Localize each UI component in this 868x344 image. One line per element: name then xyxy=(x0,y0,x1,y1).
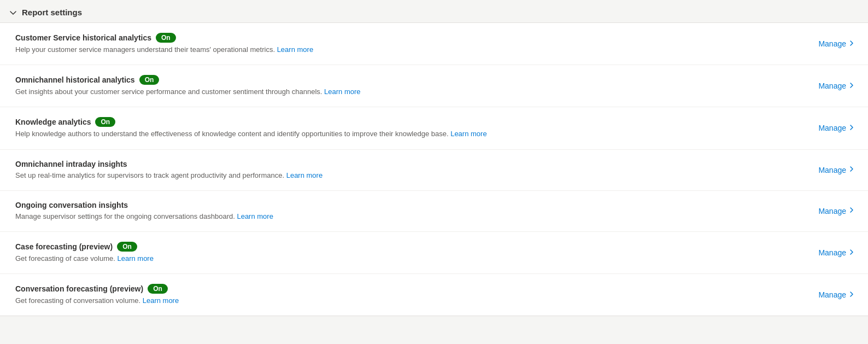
settings-row-omnichannel-historical: Omnichannel historical analyticsOnGet in… xyxy=(0,65,868,107)
manage-link-conversation-forecasting[interactable]: Manage xyxy=(818,290,846,299)
on-badge-knowledge-analytics: On xyxy=(95,117,115,127)
section-header[interactable]: Report settings xyxy=(0,0,868,22)
chevron-right-icon-omnichannel-historical xyxy=(848,82,855,90)
row-description-omnichannel-historical: Get insights about your customer service… xyxy=(15,87,796,97)
row-description-ongoing-conversation: Manage supervisor settings for the ongoi… xyxy=(15,212,796,221)
learn-more-link-ongoing-conversation[interactable]: Learn more xyxy=(237,212,273,220)
row-left-omnichannel-historical: Omnichannel historical analyticsOnGet in… xyxy=(15,75,796,97)
row-left-case-forecasting: Case forecasting (preview)OnGet forecast… xyxy=(15,242,796,264)
row-description-omnichannel-intraday: Set up real-time analytics for superviso… xyxy=(15,171,796,180)
chevron-right-icon-case-forecasting xyxy=(848,249,855,257)
learn-more-link-customer-service-historical[interactable]: Learn more xyxy=(277,45,313,54)
manage-link-omnichannel-intraday[interactable]: Manage xyxy=(818,166,846,174)
manage-link-case-forecasting[interactable]: Manage xyxy=(818,248,846,257)
row-description-case-forecasting: Get forecasting of case volume. Learn mo… xyxy=(15,254,796,264)
settings-row-conversation-forecasting: Conversation forecasting (preview)OnGet … xyxy=(0,274,868,316)
row-title-line-ongoing-conversation: Ongoing conversation insights xyxy=(15,201,796,209)
on-badge-customer-service-historical: On xyxy=(156,33,176,43)
row-right-ongoing-conversation: Manage xyxy=(818,207,855,215)
row-right-conversation-forecasting: Manage xyxy=(818,290,855,299)
row-title-customer-service-historical: Customer Service historical analytics xyxy=(15,33,151,42)
row-title-conversation-forecasting: Conversation forecasting (preview) xyxy=(15,284,143,293)
row-description-customer-service-historical: Help your customer service managers unde… xyxy=(15,45,796,55)
chevron-down-icon xyxy=(9,8,17,17)
settings-row-case-forecasting: Case forecasting (preview)OnGet forecast… xyxy=(0,232,868,274)
row-left-omnichannel-intraday: Omnichannel intraday insightsSet up real… xyxy=(15,160,796,180)
row-title-case-forecasting: Case forecasting (preview) xyxy=(15,242,113,251)
page-container: Report settings Customer Service histori… xyxy=(0,0,868,344)
learn-more-link-knowledge-analytics[interactable]: Learn more xyxy=(450,130,486,138)
settings-row-ongoing-conversation: Ongoing conversation insightsManage supe… xyxy=(0,191,868,232)
row-title-line-customer-service-historical: Customer Service historical analyticsOn xyxy=(15,33,796,43)
on-badge-omnichannel-historical: On xyxy=(139,75,160,85)
row-title-line-case-forecasting: Case forecasting (preview)On xyxy=(15,242,796,252)
chevron-right-icon-customer-service-historical xyxy=(848,40,855,48)
learn-more-link-case-forecasting[interactable]: Learn more xyxy=(117,254,153,263)
row-right-case-forecasting: Manage xyxy=(818,248,855,257)
row-description-knowledge-analytics: Help knowledge authors to understand the… xyxy=(15,129,796,139)
row-title-ongoing-conversation: Ongoing conversation insights xyxy=(15,201,128,209)
learn-more-link-omnichannel-historical[interactable]: Learn more xyxy=(324,88,360,96)
row-right-omnichannel-intraday: Manage xyxy=(818,166,855,174)
section-content: Customer Service historical analyticsOnH… xyxy=(0,22,868,316)
row-left-ongoing-conversation: Ongoing conversation insightsManage supe… xyxy=(15,201,796,221)
on-badge-case-forecasting: On xyxy=(117,242,137,252)
manage-link-customer-service-historical[interactable]: Manage xyxy=(818,39,846,48)
row-title-line-knowledge-analytics: Knowledge analyticsOn xyxy=(15,117,796,127)
row-title-omnichannel-historical: Omnichannel historical analytics xyxy=(15,75,135,84)
section-title: Report settings xyxy=(22,8,82,17)
learn-more-link-conversation-forecasting[interactable]: Learn more xyxy=(143,296,179,305)
manage-link-omnichannel-historical[interactable]: Manage xyxy=(818,81,846,90)
learn-more-link-omnichannel-intraday[interactable]: Learn more xyxy=(286,171,322,179)
row-title-knowledge-analytics: Knowledge analytics xyxy=(15,118,91,126)
row-title-line-omnichannel-historical: Omnichannel historical analyticsOn xyxy=(15,75,796,85)
row-right-omnichannel-historical: Manage xyxy=(818,81,855,90)
row-title-line-conversation-forecasting: Conversation forecasting (preview)On xyxy=(15,284,796,294)
row-right-customer-service-historical: Manage xyxy=(818,39,855,48)
row-title-line-omnichannel-intraday: Omnichannel intraday insights xyxy=(15,160,796,168)
settings-row-customer-service-historical: Customer Service historical analyticsOnH… xyxy=(0,23,868,65)
on-badge-conversation-forecasting: On xyxy=(148,284,168,294)
chevron-right-icon-ongoing-conversation xyxy=(848,207,855,215)
row-left-conversation-forecasting: Conversation forecasting (preview)OnGet … xyxy=(15,284,796,306)
row-left-customer-service-historical: Customer Service historical analyticsOnH… xyxy=(15,33,796,55)
chevron-right-icon-knowledge-analytics xyxy=(848,124,855,132)
manage-link-knowledge-analytics[interactable]: Manage xyxy=(818,124,846,132)
chevron-right-icon-conversation-forecasting xyxy=(848,291,855,299)
row-title-omnichannel-intraday: Omnichannel intraday insights xyxy=(15,160,127,168)
settings-row-omnichannel-intraday: Omnichannel intraday insightsSet up real… xyxy=(0,150,868,191)
manage-link-ongoing-conversation[interactable]: Manage xyxy=(818,207,846,215)
row-left-knowledge-analytics: Knowledge analyticsOnHelp knowledge auth… xyxy=(15,117,796,139)
row-description-conversation-forecasting: Get forecasting of conversation volume. … xyxy=(15,296,796,306)
settings-row-knowledge-analytics: Knowledge analyticsOnHelp knowledge auth… xyxy=(0,107,868,149)
row-right-knowledge-analytics: Manage xyxy=(818,124,855,132)
chevron-right-icon-omnichannel-intraday xyxy=(848,166,855,174)
